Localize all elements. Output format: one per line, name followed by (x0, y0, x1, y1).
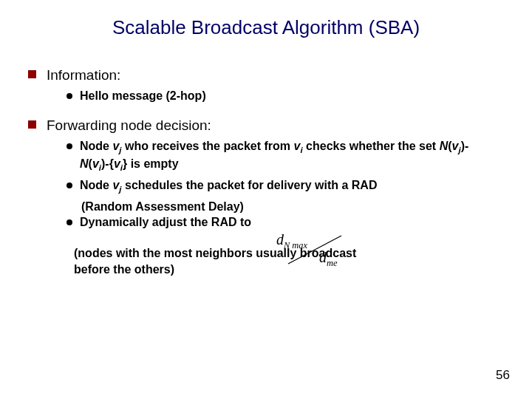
bullet-level1: Information: (28, 67, 532, 83)
bullet-level2: Node vj who receives the packet from vi … (66, 138, 532, 174)
note-line: before the others) (74, 263, 174, 276)
paren-note: (Random Assessment Delay) (81, 199, 532, 215)
dot-bullet-icon (66, 143, 72, 149)
sub-bullet-text: Dynamically adjust the RAD to (80, 214, 251, 231)
square-bullet-icon (28, 70, 36, 78)
formula-denominator: dme (319, 249, 337, 269)
bullet-level1: Forwarding node decision: (28, 117, 532, 134)
sub-bullet-text: Hello message (2-hop) (80, 88, 206, 104)
page-number: 56 (496, 368, 510, 383)
dot-bullet-icon (66, 183, 72, 188)
sub-bullet-block: Node vj who receives the packet from vi … (66, 138, 532, 231)
rad-formula: dN max dme (273, 233, 362, 271)
dot-bullet-icon (66, 93, 72, 99)
bullet-label: Forwarding node decision: (47, 117, 211, 134)
bullet-level2: Hello message (2-hop) (66, 88, 532, 104)
dot-bullet-icon (66, 219, 72, 225)
bullet-level2: Node vj schedules the packet for deliver… (66, 177, 532, 196)
sub-bullet-block: Hello message (2-hop) (66, 88, 532, 104)
square-bullet-icon (28, 120, 36, 129)
formula-numerator: dN max (276, 231, 307, 251)
sub-bullet-text: Node vj schedules the packet for deliver… (80, 177, 377, 196)
bullet-level2: Dynamically adjust the RAD to (66, 214, 532, 231)
sub-bullet-text: Node vj who receives the packet from vi … (80, 138, 494, 174)
slide-title: Scalable Broadcast Algorithm (SBA) (0, 16, 532, 39)
bullet-label: Information: (47, 67, 120, 83)
